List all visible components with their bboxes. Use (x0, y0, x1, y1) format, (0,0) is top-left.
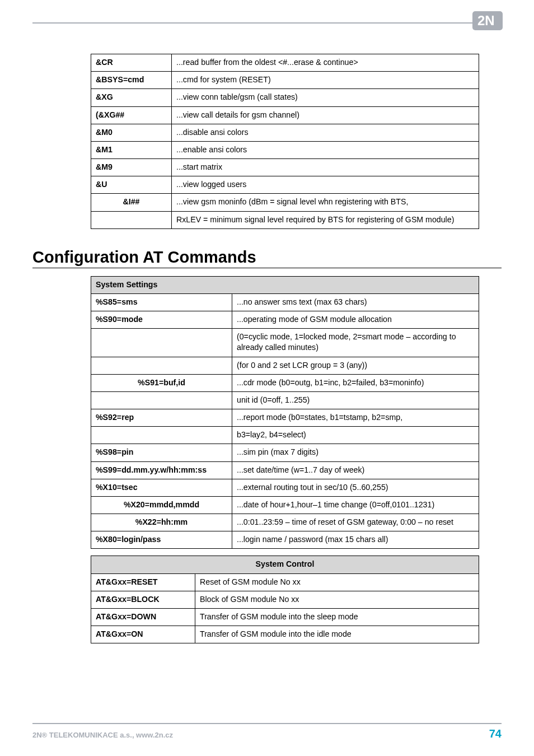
cmd-cell: (&XG## (91, 106, 172, 124)
section-rule (32, 268, 502, 268)
cmd-cell: %S99=dd.mm.yy.w/hh:mm:ss (91, 461, 232, 479)
section-heading: Configuration AT Commands (32, 248, 502, 267)
table-row: (&XG##...view call details for gsm chann… (91, 106, 479, 124)
desc-cell: ...0:01..23:59 – time of reset of GSM ga… (232, 514, 479, 531)
table-row: %X80=login/pass...login name / password … (91, 531, 479, 549)
table-row: b3=lay2, b4=select) (91, 427, 479, 444)
cmd-cell: &I## (91, 194, 172, 211)
desc-cell: ...external routing tout in sec/10 (5..6… (232, 479, 479, 496)
desc-cell: ...report mode (b0=states, b1=tstamp, b2… (232, 409, 479, 427)
desc-cell: ...view gsm moninfo (dBm = signal level … (172, 194, 479, 211)
table-row: &I##...view gsm moninfo (dBm = signal le… (91, 194, 479, 211)
desc-cell: Transfer of GSM module into the idle mod… (195, 626, 479, 643)
desc-cell: ...view logged users (172, 176, 479, 194)
table-header-row: System Control (91, 556, 479, 573)
cmd-cell: AT&Gxx=BLOCK (91, 591, 195, 608)
desc-cell: Transfer of GSM module into the sleep mo… (195, 608, 479, 626)
table-row: %S85=sms...no answer sms text (max 63 ch… (91, 293, 479, 311)
table-row: %S98=pin...sim pin (max 7 digits) (91, 444, 479, 461)
cmd-cell: &M0 (91, 124, 172, 141)
system-settings-table: System Settings %S85=sms...no answer sms… (91, 276, 479, 549)
desc-cell: ...cdr mode (b0=outg, b1=inc, b2=failed,… (232, 374, 479, 391)
buffer-commands-table: &CR...read buffer from the oldest <#...e… (91, 54, 479, 229)
cmd-cell: &BSYS=cmd (91, 72, 172, 89)
table-row: &CR...read buffer from the oldest <#...e… (91, 54, 479, 72)
table-row: %S90=mode...operating mode of GSM module… (91, 311, 479, 329)
table-row: &BSYS=cmd...cmd for system (RESET) (91, 72, 479, 89)
desc-cell: RxLEV = minimum signal level required by… (172, 211, 479, 228)
footer-page-number: 74 (489, 727, 502, 740)
header-rule (32, 22, 502, 24)
table-row: &M1...enable ansi colors (91, 141, 479, 158)
desc-cell: ...sim pin (max 7 digits) (232, 444, 479, 461)
cmd-cell: &M1 (91, 141, 172, 158)
cmd-cell: AT&Gxx=DOWN (91, 608, 195, 626)
cmd-cell: %S92=rep (91, 409, 232, 427)
desc-cell: ...disable ansi colors (172, 124, 479, 141)
cmd-cell: AT&Gxx=ON (91, 626, 195, 643)
desc-cell: (0=cyclic mode, 1=locked mode, 2=smart m… (232, 329, 479, 357)
table-row: %X10=tsec...external routing tout in sec… (91, 479, 479, 496)
cmd-cell: %S98=pin (91, 444, 232, 461)
desc-cell: ...enable ansi colors (172, 141, 479, 158)
table-row: %S99=dd.mm.yy.w/hh:mm:ss...set date/time… (91, 461, 479, 479)
cmd-cell: &CR (91, 54, 172, 72)
table-row: (0=cyclic mode, 1=locked mode, 2=smart m… (91, 329, 479, 357)
page-footer: 2N® TELEKOMUNIKACE a.s., www.2n.cz 74 (32, 723, 502, 740)
table-row: &U...view logged users (91, 176, 479, 194)
desc-cell: Reset of GSM module No xx (195, 573, 479, 591)
svg-text:2N: 2N (477, 13, 495, 28)
table-row: AT&Gxx=BLOCKBlock of GSM module No xx (91, 591, 479, 608)
table-row: unit id (0=off, 1..255) (91, 391, 479, 409)
footer-rule (32, 723, 502, 724)
system-control-table: System Control AT&Gxx=RESETReset of GSM … (91, 556, 479, 643)
desc-cell: ...start matrix (172, 159, 479, 176)
desc-cell: ...view call details for gsm channel) (172, 106, 479, 124)
table-row: (for 0 and 2 set LCR group = 3 (any)) (91, 357, 479, 374)
cmd-cell: &M9 (91, 159, 172, 176)
table-row: %X22=hh:mm...0:01..23:59 – time of reset… (91, 514, 479, 531)
table-row: &XG...view conn table/gsm (call states) (91, 89, 479, 106)
cmd-cell: %S85=sms (91, 293, 232, 311)
desc-cell: ...date of hour+1,hour–1 time change (0=… (232, 496, 479, 514)
table-row: AT&Gxx=DOWNTransfer of GSM module into t… (91, 608, 479, 626)
table-row: %S91=buf,id...cdr mode (b0=outg, b1=inc,… (91, 374, 479, 391)
desc-cell: Block of GSM module No xx (195, 591, 479, 608)
cmd-cell: &XG (91, 89, 172, 106)
control-header: System Control (91, 556, 479, 573)
cmd-cell: AT&Gxx=RESET (91, 573, 195, 591)
cmd-cell: &U (91, 176, 172, 194)
settings-header: System Settings (91, 276, 479, 293)
table-row: AT&Gxx=RESETReset of GSM module No xx (91, 573, 479, 591)
table-row: AT&Gxx=ONTransfer of GSM module into the… (91, 626, 479, 643)
cmd-cell (91, 211, 172, 228)
cmd-cell: %X22=hh:mm (91, 514, 232, 531)
table-row: RxLEV = minimum signal level required by… (91, 211, 479, 228)
cmd-cell: %X80=login/pass (91, 531, 232, 549)
cmd-cell: %X10=tsec (91, 479, 232, 496)
cmd-cell: %X20=mmdd,mmdd (91, 496, 232, 514)
desc-cell: ...view conn table/gsm (call states) (172, 89, 479, 106)
cmd-cell (91, 329, 232, 357)
table-row: %X20=mmdd,mmdd...date of hour+1,hour–1 t… (91, 496, 479, 514)
desc-cell: b3=lay2, b4=select) (232, 427, 479, 444)
desc-cell: unit id (0=off, 1..255) (232, 391, 479, 409)
cmd-cell (91, 427, 232, 444)
footer-company: 2N® TELEKOMUNIKACE a.s., www.2n.cz (32, 731, 173, 739)
desc-cell: ...operating mode of GSM module allocati… (232, 311, 479, 329)
desc-cell: (for 0 and 2 set LCR group = 3 (any)) (232, 357, 479, 374)
brand-logo: 2N (472, 11, 503, 30)
table-header-row: System Settings (91, 276, 479, 293)
table-row: &M0...disable ansi colors (91, 124, 479, 141)
desc-cell: ...login name / password (max 15 chars a… (232, 531, 479, 549)
cmd-cell: %S90=mode (91, 311, 232, 329)
cmd-cell: %S91=buf,id (91, 374, 232, 391)
cmd-cell (91, 357, 232, 374)
table-row: %S92=rep...report mode (b0=states, b1=ts… (91, 409, 479, 427)
cmd-cell (91, 391, 232, 409)
desc-cell: ...no answer sms text (max 63 chars) (232, 293, 479, 311)
desc-cell: ...cmd for system (RESET) (172, 72, 479, 89)
desc-cell: ...set date/time (w=1..7 day of week) (232, 461, 479, 479)
desc-cell: ...read buffer from the oldest <#...eras… (172, 54, 479, 72)
table-row: &M9...start matrix (91, 159, 479, 176)
